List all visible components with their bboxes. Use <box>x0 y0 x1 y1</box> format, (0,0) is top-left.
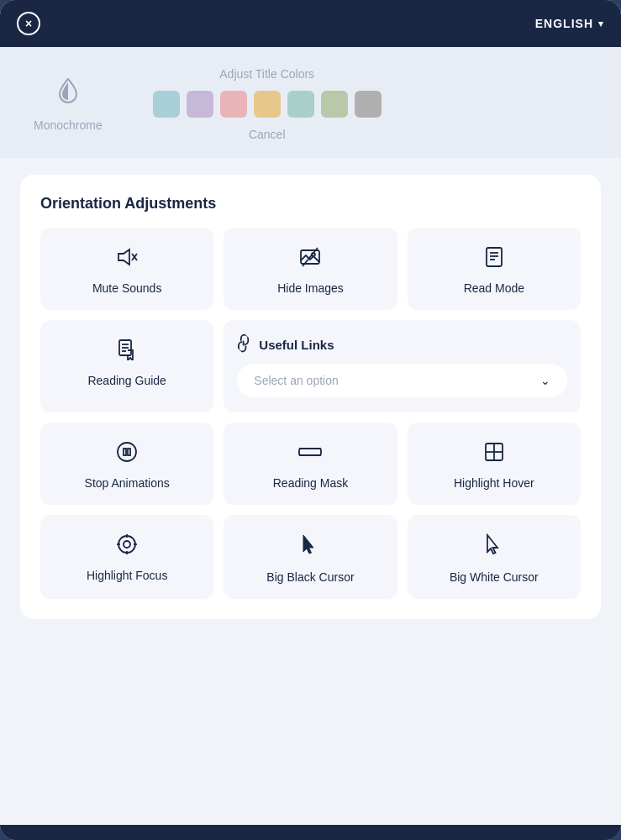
gray-swatch[interactable] <box>355 91 382 118</box>
read-mode-icon <box>483 246 505 271</box>
monochrome-icon <box>56 77 80 112</box>
useful-links-header: Useful Links <box>237 335 567 354</box>
highlight-hover-button[interactable]: Highlight Hover <box>408 423 581 505</box>
mute-sounds-icon <box>116 246 138 271</box>
reading-mask-icon <box>297 441 323 466</box>
svg-point-14 <box>118 443 136 461</box>
big-black-cursor-button[interactable]: Big Black Cursor <box>224 515 397 599</box>
hide-images-button[interactable]: Hide Images <box>224 228 397 310</box>
language-label: ENGLISH <box>535 17 593 30</box>
svg-rect-17 <box>299 449 321 455</box>
highlight-focus-icon <box>116 533 138 559</box>
reading-guide-label: Reading Guide <box>87 374 166 387</box>
cancel-label: Cancel <box>249 128 286 141</box>
options-grid: Mute Sounds Hide Images <box>40 228 581 599</box>
big-white-cursor-label: Big White Cursor <box>450 570 539 584</box>
color-section: Monochrome Adjust Title Colors Cancel <box>0 47 621 158</box>
svg-rect-15 <box>124 449 126 455</box>
reading-guide-icon <box>116 339 138 364</box>
reading-guide-button[interactable]: Reading Guide <box>40 320 213 412</box>
stop-animations-label: Stop Animations <box>85 476 170 490</box>
stop-animations-button[interactable]: Stop Animations <box>40 423 213 505</box>
svg-rect-6 <box>487 248 502 266</box>
yellow-swatch[interactable] <box>254 91 281 118</box>
close-button[interactable]: × <box>17 12 40 35</box>
highlight-focus-button[interactable]: Highlight Focus <box>40 515 213 599</box>
svg-marker-0 <box>118 249 129 265</box>
big-white-cursor-button[interactable]: Big White Cursor <box>408 515 581 599</box>
green-swatch[interactable] <box>321 91 348 118</box>
mute-sounds-button[interactable]: Mute Sounds <box>40 228 213 310</box>
color-swatches <box>153 91 382 118</box>
top-bar: × ENGLISH ▾ <box>0 0 621 47</box>
reading-mask-label: Reading Mask <box>273 476 349 490</box>
language-chevron-icon: ▾ <box>598 18 604 29</box>
main-content: Orientation Adjustments Mute Sounds <box>0 158 621 825</box>
hide-images-label: Hide Images <box>277 281 344 295</box>
orientation-panel: Orientation Adjustments Mute Sounds <box>20 175 601 619</box>
svg-rect-16 <box>128 449 130 455</box>
useful-links-card: Useful Links Select an option ⌄ <box>224 320 581 412</box>
teal-swatch[interactable] <box>153 91 180 118</box>
language-button[interactable]: ENGLISH ▾ <box>535 17 604 30</box>
select-dropdown[interactable]: Select an option ⌄ <box>237 364 567 397</box>
green-teal-swatch[interactable] <box>287 91 314 118</box>
select-placeholder: Select an option <box>254 374 338 387</box>
read-mode-button[interactable]: Read Mode <box>408 228 581 310</box>
highlight-hover-icon <box>483 441 505 466</box>
monochrome-button[interactable]: Monochrome <box>34 77 103 132</box>
bottom-bar <box>0 825 621 840</box>
big-black-cursor-icon <box>299 533 321 560</box>
pink-swatch[interactable] <box>220 91 247 118</box>
chevron-down-icon: ⌄ <box>540 374 550 387</box>
useful-links-label: Useful Links <box>259 338 334 352</box>
reading-mask-button[interactable]: Reading Mask <box>224 423 397 505</box>
mute-sounds-label: Mute Sounds <box>92 281 162 295</box>
stop-animations-icon <box>116 441 138 466</box>
link-icon <box>233 333 256 356</box>
highlight-hover-label: Highlight Hover <box>454 476 534 490</box>
purple-swatch[interactable] <box>187 91 213 118</box>
highlight-focus-label: Highlight Focus <box>87 569 168 582</box>
panel-title: Orientation Adjustments <box>40 195 581 213</box>
read-mode-label: Read Mode <box>464 281 524 295</box>
hide-images-icon <box>299 246 321 271</box>
adjust-title-label: Adjust Title Colors <box>219 67 314 81</box>
cancel-button[interactable]: Cancel <box>249 128 286 141</box>
svg-point-24 <box>124 541 130 548</box>
monochrome-label: Monochrome <box>34 118 103 132</box>
main-window: × ENGLISH ▾ Monochrome Adjust Title Colo… <box>0 0 621 840</box>
big-black-cursor-label: Big Black Cursor <box>266 570 354 584</box>
color-right: Adjust Title Colors Cancel <box>153 67 382 141</box>
big-white-cursor-icon <box>483 533 505 560</box>
close-icon: × <box>25 17 32 30</box>
svg-point-23 <box>118 536 135 553</box>
